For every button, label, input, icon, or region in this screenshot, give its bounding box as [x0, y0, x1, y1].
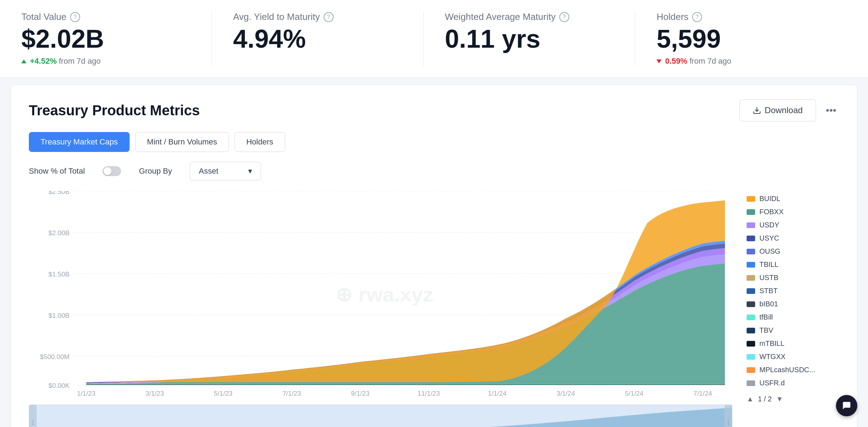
download-icon: [753, 106, 761, 115]
legend-prev-arrow[interactable]: ▲: [747, 395, 754, 403]
svg-text:1/1/23: 1/1/23: [77, 390, 95, 397]
up-arrow-icon: [21, 59, 26, 63]
svg-text:$2.50B: $2.50B: [48, 191, 69, 195]
legend-color-tfBill: [747, 315, 755, 320]
weighted-maturity-info-icon[interactable]: ?: [559, 12, 569, 22]
svg-text:3/1/24: 3/1/24: [556, 390, 575, 397]
svg-text:9/1/23: 9/1/23: [351, 390, 370, 397]
chart-area: $2.50B $2.00B $1.50B $1.00B $500.00M $0.…: [29, 191, 839, 427]
legend-nav: ▲ 1 / 2 ▼: [747, 395, 839, 403]
group-by-select[interactable]: Asset ▾: [190, 162, 261, 180]
legend-item-USYC: USYC: [747, 234, 839, 242]
chart-header: Treasury Product Metrics Download •••: [29, 99, 839, 121]
legend-item-STBT: STBT: [747, 287, 839, 295]
legend-color-bIB01: [747, 301, 755, 307]
chart-header-actions: Download •••: [739, 99, 839, 121]
holders-label: Holders ?: [657, 11, 832, 22]
legend-item-bIB01: bIB01: [747, 300, 839, 308]
weighted-maturity-value: 0.11 yrs: [445, 26, 621, 52]
avg-yield-value: 4.94%: [233, 26, 409, 52]
holders-value: 5,599: [657, 26, 832, 52]
legend-color-STBT: [747, 288, 755, 294]
chart-title: Treasury Product Metrics: [29, 102, 200, 118]
chart-section: Treasury Product Metrics Download ••• Tr…: [11, 85, 857, 427]
chart-controls: Show % of Total Group By Asset ▾: [29, 162, 839, 180]
legend-item-OUSG: OUSG: [747, 247, 839, 255]
legend-next-arrow[interactable]: ▼: [776, 395, 783, 403]
avg-yield-info-icon[interactable]: ?: [324, 12, 334, 22]
group-by-label: Group By: [139, 167, 172, 176]
legend-item-TBILL: TBILL: [747, 260, 839, 269]
legend-color-TBILL: [747, 262, 755, 268]
metrics-bar: Total Value ? $2.02B +4.52% from 7d ago …: [0, 0, 868, 78]
legend-item-mTBILL: mTBILL: [747, 339, 839, 348]
total-value-label: Total Value ?: [21, 11, 197, 22]
svg-text:⋮: ⋮: [30, 419, 36, 425]
svg-text:$2.00B: $2.00B: [48, 229, 69, 237]
main-chart: $2.50B $2.00B $1.50B $1.00B $500.00M $0.…: [29, 191, 732, 397]
chevron-down-icon: ▾: [248, 167, 252, 176]
chat-icon: [842, 401, 852, 411]
toggle-knob: [104, 167, 111, 175]
legend-item-BUIDL: BUIDL: [747, 195, 839, 203]
total-value-amount: $2.02B: [21, 26, 197, 52]
svg-text:7/1/23: 7/1/23: [282, 390, 301, 397]
show-pct-toggle[interactable]: [103, 166, 121, 176]
legend-color-mTBILL: [747, 341, 755, 347]
tab-mint-burn[interactable]: Mint / Burn Volumes: [135, 132, 229, 152]
metric-weighted-maturity: Weighted Average Maturity ? 0.11 yrs: [445, 11, 636, 66]
weighted-maturity-label: Weighted Average Maturity ?: [445, 11, 621, 22]
legend-item-MPLcashUSDC: MPLcashUSDC...: [747, 366, 839, 374]
svg-text:1/1/24: 1/1/24: [488, 390, 507, 397]
chart-main: $2.50B $2.00B $1.50B $1.00B $500.00M $0.…: [29, 191, 732, 427]
legend-color-MPLcashUSDC: [747, 367, 755, 373]
svg-text:5/1/24: 5/1/24: [625, 390, 643, 397]
svg-text:$500.00M: $500.00M: [40, 353, 69, 360]
holders-pct: 0.59%: [665, 57, 687, 66]
avg-yield-label: Avg. Yield to Maturity ?: [233, 11, 409, 22]
mini-chart-container: ⋮ ⋮ Jan '23 May '23 Sep '23 Jan '24 May …: [29, 405, 732, 427]
down-arrow-icon: [657, 59, 662, 63]
holders-change: 0.59% from 7d ago: [657, 57, 832, 66]
legend-item-USFR: USFR.d: [747, 379, 839, 387]
metric-avg-yield: Avg. Yield to Maturity ? 4.94%: [233, 11, 424, 66]
legend-color-WTGXX: [747, 354, 755, 360]
legend-item-FOBXX: FOBXX: [747, 208, 839, 216]
legend-color-USYC: [747, 236, 755, 241]
svg-text:3/1/23: 3/1/23: [146, 390, 164, 397]
tab-treasury-market-caps[interactable]: Treasury Market Caps: [29, 132, 130, 152]
more-options-button[interactable]: •••: [823, 102, 839, 119]
legend-color-BUIDL: [747, 196, 755, 202]
svg-text:$0.00K: $0.00K: [48, 382, 70, 389]
svg-text:7/1/24: 7/1/24: [694, 390, 712, 397]
total-value-pct: +4.52%: [30, 57, 57, 66]
svg-text:⊕ rwa.xyz: ⊕ rwa.xyz: [335, 283, 434, 306]
legend-item-USTB: USTB: [747, 274, 839, 282]
svg-text:11/1/23: 11/1/23: [418, 390, 440, 397]
metric-total-value: Total Value ? $2.02B +4.52% from 7d ago: [21, 11, 212, 66]
chat-widget[interactable]: [836, 395, 857, 416]
total-value-change: +4.52% from 7d ago: [21, 57, 197, 66]
chart-tabs: Treasury Market Caps Mint / Burn Volumes…: [29, 132, 839, 152]
legend-page: 1 / 2: [758, 395, 772, 403]
chart-legend: BUIDL FOBXX USDY USYC OUSG TBILL: [747, 191, 839, 427]
svg-text:5/1/23: 5/1/23: [214, 390, 232, 397]
tab-holders[interactable]: Holders: [235, 132, 285, 152]
svg-text:⋮: ⋮: [725, 419, 731, 425]
metric-holders: Holders ? 5,599 0.59% from 7d ago: [657, 11, 847, 66]
svg-text:$1.50B: $1.50B: [48, 270, 69, 278]
svg-text:$1.00B: $1.00B: [48, 312, 69, 319]
legend-color-OUSG: [747, 249, 755, 254]
legend-color-USFR: [747, 380, 755, 386]
legend-color-TBV: [747, 328, 755, 333]
legend-item-TBV: TBV: [747, 326, 839, 334]
total-value-info-icon[interactable]: ?: [70, 12, 80, 22]
legend-item-tfBill: tfBill: [747, 313, 839, 321]
holders-info-icon[interactable]: ?: [692, 12, 702, 22]
legend-color-FOBXX: [747, 209, 755, 215]
legend-item-WTGXX: WTGXX: [747, 353, 839, 361]
download-button[interactable]: Download: [739, 99, 816, 121]
legend-color-USDY: [747, 222, 755, 228]
legend-item-USDY: USDY: [747, 221, 839, 229]
legend-color-USTB: [747, 275, 755, 281]
